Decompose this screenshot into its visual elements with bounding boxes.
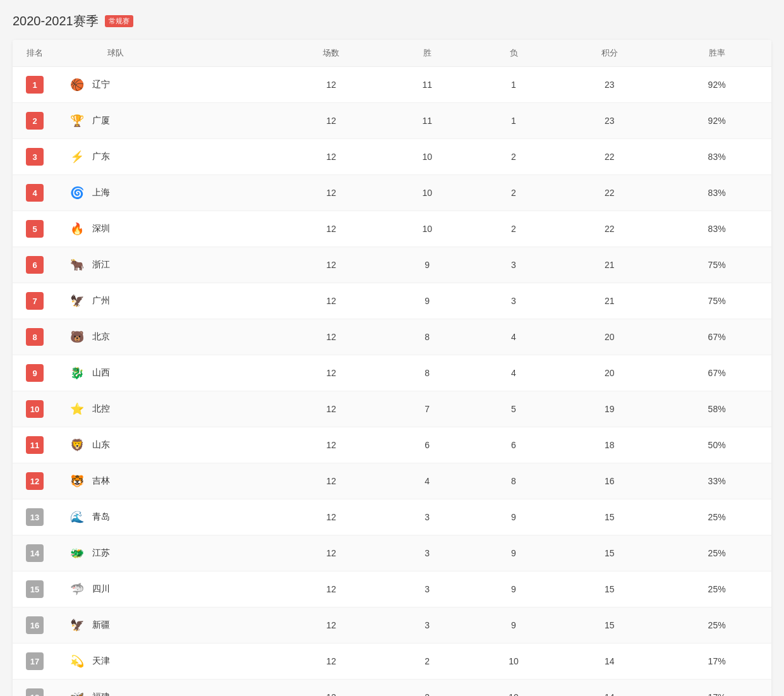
winRate-cell: 33% <box>662 463 771 499</box>
table-row: 17💫天津122101417% <box>13 644 771 680</box>
team-logo: ⚡ <box>67 147 87 167</box>
rank-cell: 2 <box>13 103 57 139</box>
team-logo: 🏀 <box>67 75 87 95</box>
team-name: 山东 <box>92 439 110 451</box>
team-name: 浙江 <box>92 259 110 271</box>
winRate-cell: 25% <box>662 535 771 571</box>
standings-table: 排名 球队 场数 胜 负 积分 胜率 1🏀辽宁121112392%2🏆广厦121… <box>13 40 771 696</box>
losses-cell: 2 <box>471 211 557 247</box>
team-logo: 🏆 <box>67 111 87 131</box>
col-team: 球队 <box>57 40 279 67</box>
table-row: 16🦅新疆12391525% <box>13 607 771 644</box>
rank-badge: 4 <box>26 184 44 202</box>
winRate-cell: 17% <box>662 680 771 697</box>
col-points: 积分 <box>557 40 662 67</box>
team-cell: 🦅新疆 <box>57 607 279 644</box>
losses-cell: 10 <box>471 644 557 680</box>
games-cell: 12 <box>279 463 384 499</box>
losses-cell: 2 <box>471 175 557 211</box>
rank-cell: 10 <box>13 391 57 427</box>
losses-cell: 9 <box>471 607 557 644</box>
rank-cell: 11 <box>13 427 57 463</box>
games-cell: 12 <box>279 211 384 247</box>
points-cell: 23 <box>557 67 662 103</box>
rank-badge: 3 <box>26 148 44 166</box>
winRate-cell: 25% <box>662 607 771 644</box>
rank-cell: 13 <box>13 499 57 535</box>
points-cell: 18 <box>557 427 662 463</box>
table-row: 13🌊青岛12391525% <box>13 499 771 535</box>
rank-cell: 9 <box>13 355 57 391</box>
points-cell: 19 <box>557 391 662 427</box>
team-logo: 🐲 <box>67 543 87 563</box>
points-cell: 16 <box>557 463 662 499</box>
games-cell: 12 <box>279 103 384 139</box>
team-logo: 🔥 <box>67 219 87 239</box>
games-cell: 12 <box>279 175 384 211</box>
team-logo: 🌊 <box>67 507 87 527</box>
rank-cell: 8 <box>13 319 57 355</box>
rank-cell: 7 <box>13 283 57 319</box>
rank-badge: 14 <box>26 544 44 562</box>
winRate-cell: 75% <box>662 283 771 319</box>
losses-cell: 3 <box>471 283 557 319</box>
rank-badge: 2 <box>26 112 44 130</box>
games-cell: 12 <box>279 427 384 463</box>
team-name: 福建 <box>92 692 110 696</box>
winRate-cell: 25% <box>662 571 771 607</box>
losses-cell: 5 <box>471 391 557 427</box>
rank-badge: 9 <box>26 364 44 382</box>
games-cell: 12 <box>279 680 384 697</box>
games-cell: 12 <box>279 355 384 391</box>
winRate-cell: 83% <box>662 139 771 175</box>
rank-cell: 3 <box>13 139 57 175</box>
points-cell: 15 <box>557 535 662 571</box>
table-row: 7🦅广州12932175% <box>13 283 771 319</box>
wins-cell: 2 <box>384 680 471 697</box>
team-logo: 🦋 <box>67 687 87 696</box>
winRate-cell: 25% <box>662 499 771 535</box>
games-cell: 12 <box>279 571 384 607</box>
winRate-cell: 92% <box>662 103 771 139</box>
team-name: 上海 <box>92 187 110 198</box>
rank-badge: 5 <box>26 220 44 238</box>
team-logo: 🐻 <box>67 327 87 347</box>
table-row: 14🐲江苏12391525% <box>13 535 771 571</box>
rank-cell: 15 <box>13 571 57 607</box>
points-cell: 20 <box>557 355 662 391</box>
team-name: 青岛 <box>92 511 110 523</box>
rank-badge: 13 <box>26 508 44 526</box>
team-cell: 🦅广州 <box>57 283 279 319</box>
rank-badge: 17 <box>26 652 44 670</box>
points-cell: 23 <box>557 103 662 139</box>
points-cell: 15 <box>557 571 662 607</box>
wins-cell: 3 <box>384 571 471 607</box>
rank-cell: 18 <box>13 680 57 697</box>
team-name: 广州 <box>92 295 110 307</box>
page-header: 2020-2021赛季 常规赛 <box>13 13 771 30</box>
wins-cell: 4 <box>384 463 471 499</box>
games-cell: 12 <box>279 644 384 680</box>
rank-cell: 5 <box>13 211 57 247</box>
losses-cell: 1 <box>471 103 557 139</box>
team-cell: 🐲江苏 <box>57 535 279 571</box>
rank-badge: 10 <box>26 400 44 418</box>
points-cell: 21 <box>557 247 662 283</box>
losses-cell: 9 <box>471 535 557 571</box>
points-cell: 14 <box>557 680 662 697</box>
rank-badge: 7 <box>26 292 44 310</box>
rank-badge: 16 <box>26 616 44 634</box>
team-name: 江苏 <box>92 547 110 559</box>
team-cell: 🌊青岛 <box>57 499 279 535</box>
table-row: 15🦈四川12391525% <box>13 571 771 607</box>
wins-cell: 9 <box>384 247 471 283</box>
team-cell: 🦈四川 <box>57 571 279 607</box>
wins-cell: 2 <box>384 644 471 680</box>
losses-cell: 4 <box>471 319 557 355</box>
wins-cell: 8 <box>384 319 471 355</box>
points-cell: 22 <box>557 175 662 211</box>
team-name: 山西 <box>92 367 110 379</box>
team-cell: 🐯吉林 <box>57 463 279 499</box>
games-cell: 12 <box>279 139 384 175</box>
wins-cell: 11 <box>384 103 471 139</box>
